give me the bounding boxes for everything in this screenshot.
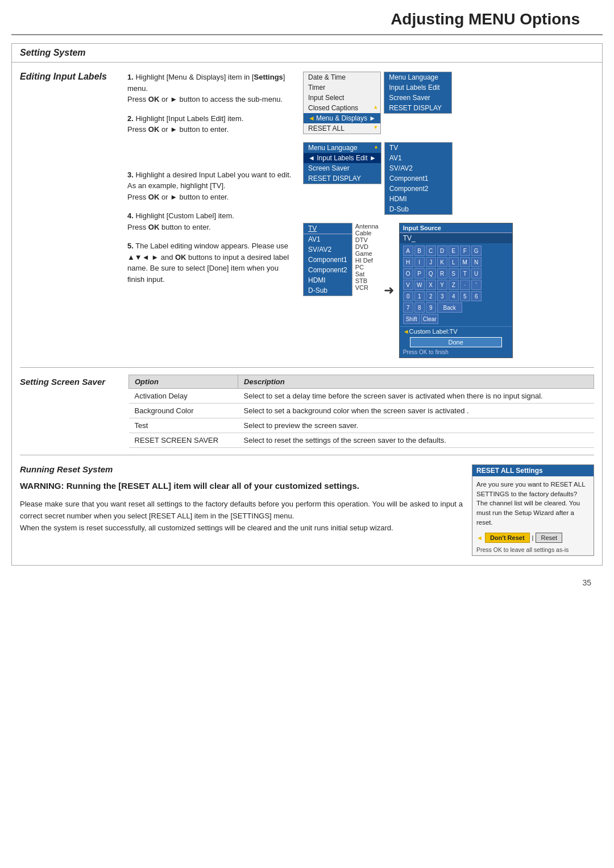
kb-g[interactable]: G <box>471 246 482 256</box>
reset-warning-text: WARNING: Running the [RESET ALL] item wi… <box>20 480 463 492</box>
menu-item-closed-captions: Closed Captions ▲ <box>304 103 380 113</box>
step2-num: 2. <box>127 114 134 123</box>
kb-p[interactable]: P <box>414 268 425 279</box>
reset-dialog-title: RESET ALL Settings <box>472 465 594 476</box>
kb-l[interactable]: L <box>449 257 459 267</box>
kb-x[interactable]: X <box>426 280 436 290</box>
screen-saver-section: Setting Screen Saver Option Description … <box>12 368 602 455</box>
step1-bold: Settings <box>254 73 283 81</box>
kb-t[interactable]: T <box>460 268 470 279</box>
kb-9[interactable]: 9 <box>426 302 436 313</box>
reset-body-text: Please make sure that you want reset all… <box>20 499 463 534</box>
done-button[interactable]: Done <box>410 337 502 347</box>
kb-row-7: Shift Clear <box>403 314 509 324</box>
submenu1-input-labels: Input Labels Edit <box>384 82 451 93</box>
kb-n[interactable]: N <box>471 257 482 267</box>
submenu2-dsub: D-Sub <box>385 204 452 214</box>
menu2-menu-language: Menu Language ▲ <box>304 143 381 153</box>
submenu2-component1: Component1 <box>385 173 452 184</box>
pipe-separator: | <box>532 534 534 541</box>
reset-right: RESET ALL Settings Are you sure you want… <box>472 464 594 556</box>
kb-row-1: A B C D E F G <box>403 246 509 256</box>
kb-z[interactable]: Z <box>449 280 459 290</box>
kb-b[interactable]: B <box>414 246 425 256</box>
kb-8[interactable]: 8 <box>414 302 425 313</box>
reset-left: Running Reset System WARNING: Running th… <box>20 464 463 556</box>
saver-desc-4: Select to reset the settings of the scre… <box>238 433 594 448</box>
kb-v[interactable]: V <box>403 280 413 290</box>
kb-e[interactable]: E <box>449 246 459 256</box>
kb-row-3: O P Q R S T U <box>403 268 509 279</box>
kb-m[interactable]: M <box>460 257 470 267</box>
kb-w[interactable]: W <box>414 280 425 290</box>
kb-h[interactable]: H <box>403 257 413 267</box>
kb-2[interactable]: 2 <box>426 291 436 301</box>
kb-6[interactable]: 6 <box>471 291 482 301</box>
reset-dialog-body: Are you sure you want to RESET ALL SETTI… <box>472 476 594 530</box>
screen-saver-table: Option Description Activation Delay Sele… <box>128 375 594 448</box>
kb-clear[interactable]: Clear <box>421 314 438 324</box>
kb-a[interactable]: A <box>403 246 413 256</box>
saver-option-4: RESET SCREEN SAVER <box>129 433 238 448</box>
reset-dialog-buttons: ◄ Don't Reset | Reset <box>472 530 594 545</box>
kb-i[interactable]: I <box>414 257 425 267</box>
kb-row-2: H I J K L M N <box>403 257 509 267</box>
kb-back[interactable]: Back <box>437 302 462 313</box>
kb-o[interactable]: O <box>403 268 413 279</box>
saver-row-3: Test Select to preview the screen saver. <box>129 418 594 433</box>
kb-r[interactable]: R <box>437 268 447 279</box>
kb-c[interactable]: C <box>426 246 436 256</box>
submenu1-menu-language: Menu Language <box>384 72 451 82</box>
kb-k[interactable]: K <box>437 257 447 267</box>
kb-y[interactable]: Y <box>437 280 447 290</box>
diagrams-column: Date & Time Timer Input Select Closed Ca… <box>303 72 594 358</box>
dont-reset-arrow: ◄ <box>476 534 483 541</box>
kb-0[interactable]: 0 <box>403 291 413 301</box>
dont-reset-button[interactable]: Don't Reset <box>485 533 530 543</box>
kb-7[interactable]: 7 <box>403 302 413 313</box>
custom-label-row: ◄ Custom Label:TV <box>400 326 512 336</box>
kb-5[interactable]: 5 <box>460 291 470 301</box>
setting-system-header: Setting System <box>12 44 602 63</box>
submenu2-svav2: SV/AV2 <box>385 163 452 173</box>
step5-num: 5. <box>127 242 134 250</box>
diagram-1: Date & Time Timer Input Select Closed Ca… <box>303 72 594 134</box>
kb-q[interactable]: Q <box>426 268 436 279</box>
kb-dot[interactable]: · <box>460 280 470 290</box>
kb-3[interactable]: 3 <box>437 291 447 301</box>
center-dtv: DTV <box>355 236 379 243</box>
menu2-screen-saver: Screen Saver <box>304 163 381 173</box>
input-list-box: TV AV1 SV/AV2 Component1 Component2 HDMI… <box>303 223 352 296</box>
kb-shift[interactable]: Shift <box>403 314 420 324</box>
kb-d[interactable]: D <box>437 246 447 256</box>
center-dvd: DVD <box>355 243 379 250</box>
setting-system-section: Setting System Editing Input Labels 1. H… <box>11 43 603 566</box>
center-antenna: Antenna <box>355 223 379 230</box>
step-1: 1. Highlight [Menu & Displays] item in [… <box>127 72 295 105</box>
press-ok-text: Press OK to finish <box>400 348 512 358</box>
kb-1[interactable]: 1 <box>414 291 425 301</box>
kb-u[interactable]: U <box>471 268 482 279</box>
ilist-dsub: D-Sub <box>304 285 352 296</box>
kb-s[interactable]: S <box>449 268 459 279</box>
kb-j[interactable]: J <box>426 257 436 267</box>
ilist-svav2: SV/AV2 <box>304 244 352 255</box>
submenu1-reset-display: RESET DISPLAY <box>384 103 451 113</box>
kb-apos[interactable]: ' <box>471 280 482 290</box>
kb-f[interactable]: F <box>460 246 470 256</box>
editing-section-label: Editing Input Labels <box>20 72 119 358</box>
step-5: 5. The Label editing window appears. Ple… <box>127 240 295 285</box>
ilist-av1: AV1 <box>304 234 352 244</box>
kb-row-5: 0 1 2 3 4 5 6 <box>403 291 509 301</box>
menu-item-timer: Timer <box>304 82 380 93</box>
menu-item-menu-displays: Menu & Displays <box>304 113 380 123</box>
input-source-title: Input Source <box>400 223 512 233</box>
center-hidef: HI Def <box>355 257 379 264</box>
page-title: Adjusting MENU Options <box>11 0 603 35</box>
main-menu-box: Date & Time Timer Input Select Closed Ca… <box>303 72 381 134</box>
saver-desc-2: Select to set a background color when th… <box>238 404 594 418</box>
kb-4[interactable]: 4 <box>449 291 459 301</box>
reset-button[interactable]: Reset <box>536 533 562 543</box>
menu2-reset-display: RESET DISPLAY <box>304 173 381 184</box>
saver-row-1: Activation Delay Select to set a delay t… <box>129 389 594 404</box>
